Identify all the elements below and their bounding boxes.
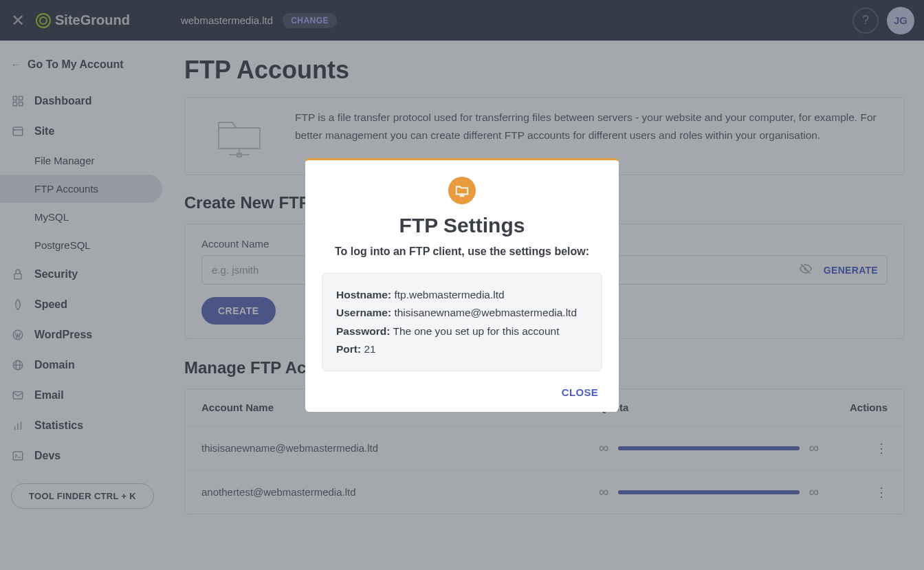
setting-username: Username: thisisanewname@webmastermedia.… [336,304,588,322]
settings-details: Hostname: ftp.webmastermedia.ltd Usernam… [322,273,602,371]
setting-password: Password: The one you set up for this ac… [336,322,588,340]
close-button[interactable]: CLOSE [322,386,602,398]
modal-subtitle: To log into an FTP client, use the setti… [322,245,602,258]
modal-overlay[interactable]: FTP Settings To log into an FTP client, … [0,0,924,570]
ftp-settings-modal: FTP Settings To log into an FTP client, … [305,158,619,412]
setting-hostname: Hostname: ftp.webmastermedia.ltd [336,286,588,304]
setting-port: Port: 21 [336,340,588,358]
folder-network-icon [448,177,476,204]
modal-title: FTP Settings [322,214,602,237]
